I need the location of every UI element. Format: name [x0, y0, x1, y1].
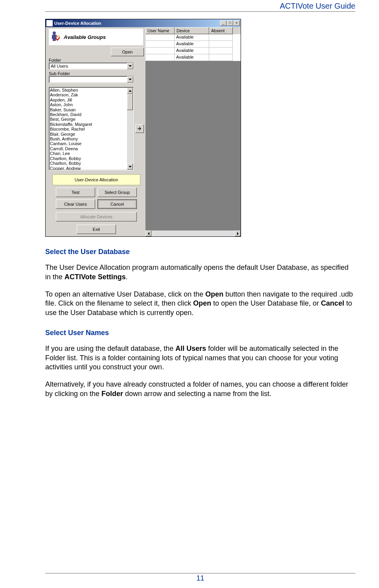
panel-label: User-Device Allocation — [52, 174, 140, 185]
scroll-right-icon[interactable] — [235, 230, 241, 236]
cancel-button[interactable]: Cancel — [98, 199, 137, 209]
allocation-table-pane: User Name Device Absent AvailableAvailab… — [145, 27, 241, 236]
table-cell: Available — [175, 34, 209, 41]
list-item[interactable]: Cooper, Andrew — [50, 166, 127, 171]
list-item[interactable]: Charlton, Bobby — [50, 156, 127, 161]
list-item[interactable]: Baker, Susan — [50, 107, 127, 112]
table-cell: Available — [175, 48, 209, 54]
person-check-icon: AV — [50, 30, 61, 44]
section-heading: Select the User Database — [45, 248, 355, 256]
list-item[interactable]: Bush, Anthony — [50, 136, 127, 141]
list-item[interactable]: Bickerstaffe, Margaret — [50, 122, 127, 127]
user-device-allocation-window: User-Device Allocation _ □ × AV Availabl… — [45, 19, 241, 237]
table-row[interactable]: Available — [145, 41, 241, 48]
scrollbar-horizontal[interactable] — [145, 230, 241, 236]
test-button[interactable]: Test — [56, 188, 95, 197]
table-cell — [145, 48, 175, 54]
allocate-devices-button: Allocate Devices — [56, 212, 137, 221]
window-title: User-Device Allocation — [54, 21, 220, 26]
users-listbox[interactable]: Allen, StephenAnderson, ZakAspden, JillA… — [49, 87, 134, 170]
open-button[interactable]: Open — [111, 48, 144, 56]
svg-rect-2 — [52, 35, 53, 39]
list-item[interactable]: Blair, George — [50, 132, 127, 136]
maximize-button[interactable]: □ — [227, 20, 233, 26]
list-item[interactable]: Biscombe, Rachel — [50, 127, 127, 131]
subfolder-dropdown[interactable] — [49, 76, 134, 83]
list-item[interactable]: Carroll, Deena — [50, 146, 127, 151]
exit-button[interactable]: Exit — [77, 225, 116, 234]
app-icon — [46, 20, 53, 26]
list-item[interactable]: Aston, John — [50, 102, 127, 107]
page-number: 11 — [45, 574, 355, 582]
subfolder-label: Sub Folder — [49, 71, 144, 76]
minimize-button[interactable]: _ — [220, 20, 226, 26]
list-item[interactable]: Charlton, Bobby — [50, 161, 127, 166]
scroll-thumb[interactable] — [127, 94, 133, 110]
folder-label: Folder — [49, 58, 144, 63]
window-titlebar: User-Device Allocation _ □ × — [46, 19, 241, 27]
paragraph: The User Device Allocation program autom… — [45, 263, 355, 282]
list-item[interactable]: Beckham, David — [50, 112, 127, 117]
table-row[interactable]: Available — [145, 54, 241, 61]
clear-users-button[interactable]: Clear Users — [56, 199, 95, 209]
folder-value: All Users — [51, 64, 68, 68]
scroll-left-icon[interactable] — [145, 230, 151, 236]
paragraph: If you are using the default database, t… — [45, 344, 355, 372]
svg-point-0 — [53, 31, 56, 35]
list-item[interactable]: Chan, Lee — [50, 151, 127, 156]
table-cell — [209, 34, 233, 41]
table-cell — [209, 48, 233, 54]
section-heading: Select User Names — [45, 329, 355, 337]
chevron-down-icon[interactable] — [127, 76, 133, 83]
move-right-button[interactable] — [135, 124, 144, 133]
select-group-button[interactable]: Select Group — [98, 188, 137, 197]
chevron-down-icon[interactable] — [127, 63, 133, 69]
table-row[interactable]: Available — [145, 48, 241, 54]
table-cell — [145, 54, 175, 61]
close-button[interactable]: × — [234, 20, 240, 26]
list-item[interactable]: Anderson, Zak — [50, 92, 127, 97]
table-cell — [145, 41, 175, 48]
scrollbar-vertical[interactable] — [127, 88, 133, 170]
col-absent[interactable]: Absent — [209, 27, 233, 34]
col-device[interactable]: Device — [175, 27, 209, 34]
available-groups-header: AV Available Groups — [49, 29, 143, 45]
paragraph: To open an alternative User Database, cl… — [45, 290, 355, 318]
groups-label: Available Groups — [64, 34, 106, 40]
scroll-down-icon[interactable] — [127, 164, 133, 170]
svg-rect-1 — [53, 35, 56, 41]
folder-dropdown[interactable]: All Users — [49, 63, 134, 70]
table-cell: Available — [175, 41, 209, 48]
list-item[interactable]: Canham, Louise — [50, 141, 127, 146]
page-header: ACTIVote User Guide — [45, 0, 355, 12]
list-item[interactable]: Aspden, Jill — [50, 98, 127, 102]
list-item[interactable]: Best, George — [50, 117, 127, 122]
table-cell — [209, 41, 233, 48]
col-user-name[interactable]: User Name — [145, 27, 175, 34]
page-footer: 11 — [0, 573, 379, 582]
table-cell: Available — [175, 54, 209, 61]
paragraph: Alternatively, if you have already const… — [45, 380, 355, 399]
table-cell — [145, 34, 175, 41]
list-item[interactable]: Allen, Stephen — [50, 88, 127, 92]
table-row[interactable]: Available — [145, 34, 241, 41]
table-cell — [209, 54, 233, 61]
scroll-up-icon[interactable] — [127, 88, 133, 94]
